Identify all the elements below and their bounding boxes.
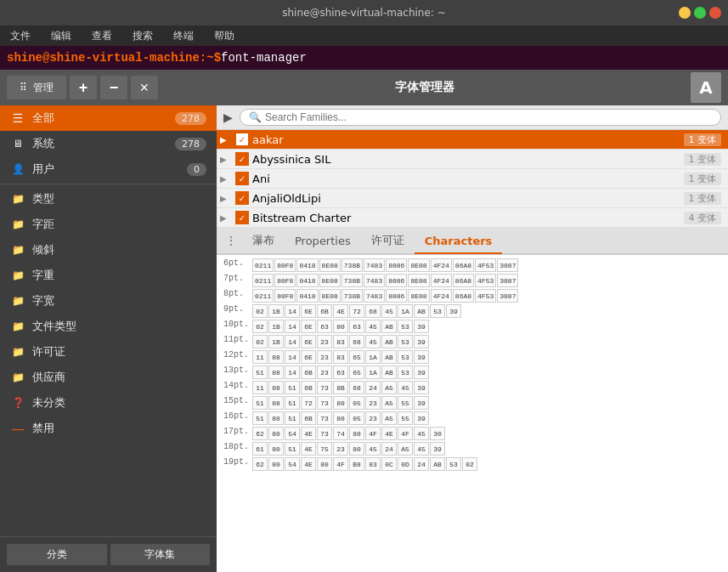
char-cell[interactable]: 8E08 bbox=[408, 258, 429, 272]
char-cell[interactable]: 80 bbox=[268, 442, 284, 456]
char-cell[interactable]: 14 bbox=[285, 335, 300, 348]
sidebar-item-user[interactable]: 👤 用户 0 bbox=[0, 156, 217, 182]
char-cell[interactable]: 4E bbox=[381, 427, 397, 440]
sidebar-item-spacing[interactable]: 📁 字距 bbox=[0, 212, 217, 237]
char-cell[interactable]: AB bbox=[381, 365, 397, 379]
char-cell[interactable]: 14 bbox=[285, 350, 300, 364]
sidebar-item-filetype[interactable]: 📁 文件类型 bbox=[0, 314, 217, 339]
char-cell[interactable]: 55 bbox=[398, 396, 413, 410]
sidebar-item-disabled[interactable]: — 禁用 bbox=[0, 416, 217, 441]
manage-button[interactable]: ⠿ ⠿ 管理管理 bbox=[7, 76, 66, 99]
char-cell[interactable]: 30 bbox=[430, 427, 445, 440]
char-cell[interactable]: A5 bbox=[381, 381, 397, 394]
char-cell[interactable]: 53 bbox=[398, 335, 413, 348]
char-cell[interactable]: 80 bbox=[349, 427, 364, 440]
char-cell[interactable]: 0D bbox=[398, 457, 413, 471]
char-cell[interactable]: 7483 bbox=[364, 274, 385, 287]
char-cell[interactable]: 0418 bbox=[296, 274, 318, 287]
tab-waterfall[interactable]: 瀑布 bbox=[242, 228, 285, 255]
char-cell[interactable]: A5 bbox=[381, 411, 397, 425]
char-cell[interactable]: 53 bbox=[398, 365, 413, 379]
char-cell[interactable]: 68 bbox=[349, 335, 364, 348]
checkbox-abyssinica[interactable]: ✓ bbox=[235, 152, 249, 166]
char-cell[interactable]: 02 bbox=[252, 320, 268, 333]
char-cell[interactable]: 86A8 bbox=[453, 258, 474, 272]
font-row-bitstream[interactable]: ▶ ✓ Bitstream Charter 4 变体 bbox=[217, 208, 728, 228]
char-cell[interactable]: AB bbox=[414, 304, 429, 318]
char-cell[interactable]: 53 bbox=[398, 350, 413, 364]
char-cell[interactable]: 0418 bbox=[296, 289, 318, 303]
char-cell[interactable]: 02 bbox=[462, 457, 477, 471]
char-cell[interactable]: 45 bbox=[365, 335, 381, 348]
char-cell[interactable]: 53 bbox=[430, 304, 445, 318]
menu-edit[interactable]: 编辑 bbox=[48, 27, 75, 45]
char-cell[interactable]: 24 bbox=[381, 442, 397, 456]
char-cell[interactable]: AB bbox=[381, 335, 397, 348]
char-cell[interactable]: 6B bbox=[301, 365, 316, 379]
char-cell[interactable]: 3087 bbox=[497, 258, 518, 272]
char-cell[interactable]: 11 bbox=[252, 381, 268, 394]
char-cell[interactable]: 73 bbox=[317, 411, 332, 425]
sidebar-item-weight[interactable]: 📁 字重 bbox=[0, 263, 217, 288]
char-cell[interactable]: 4E bbox=[301, 457, 316, 471]
char-cell[interactable]: 8E08 bbox=[319, 289, 341, 303]
char-cell[interactable]: 72 bbox=[301, 396, 316, 410]
char-cell[interactable]: 0211 bbox=[252, 289, 274, 303]
char-cell[interactable]: 45 bbox=[398, 381, 413, 394]
char-cell[interactable]: 14 bbox=[285, 365, 300, 379]
remove-button[interactable]: − bbox=[100, 76, 127, 99]
char-cell[interactable]: 45 bbox=[414, 427, 429, 440]
char-cell[interactable]: 39 bbox=[414, 365, 429, 379]
char-cell[interactable]: A5 bbox=[398, 442, 413, 456]
char-cell[interactable]: 738B bbox=[341, 274, 363, 287]
char-cell[interactable]: 39 bbox=[414, 381, 429, 394]
char-cell[interactable]: 0211 bbox=[252, 274, 274, 287]
menu-help[interactable]: 帮助 bbox=[211, 27, 238, 45]
char-cell[interactable]: 73 bbox=[317, 427, 332, 440]
char-cell[interactable]: 73 bbox=[317, 396, 332, 410]
char-cell[interactable]: 80F8 bbox=[274, 258, 296, 272]
char-cell[interactable]: 61 bbox=[252, 442, 268, 456]
char-cell[interactable]: 8086 bbox=[386, 289, 407, 303]
char-cell[interactable]: 80F8 bbox=[274, 289, 296, 303]
menu-terminal[interactable]: 终端 bbox=[170, 27, 197, 45]
char-cell[interactable]: 1A bbox=[398, 304, 413, 318]
char-cell[interactable]: 4F24 bbox=[431, 289, 452, 303]
char-cell[interactable]: 23 bbox=[317, 350, 332, 364]
char-cell[interactable]: 83 bbox=[333, 350, 348, 364]
font-row-ani[interactable]: ▶ ✓ Ani 1 变体 bbox=[217, 169, 728, 189]
checkbox-bitstream[interactable]: ✓ bbox=[235, 211, 249, 224]
font-row-anjali[interactable]: ▶ ✓ AnjaliOldLipi 1 变体 bbox=[217, 189, 728, 208]
char-cell[interactable]: 05 bbox=[349, 411, 364, 425]
char-cell[interactable]: 80 bbox=[268, 457, 284, 471]
char-cell[interactable]: 08 bbox=[268, 381, 284, 394]
char-cell[interactable]: 6E bbox=[301, 335, 316, 348]
char-cell[interactable]: AB bbox=[381, 350, 397, 364]
close-button[interactable] bbox=[709, 7, 721, 19]
char-cell[interactable]: 74 bbox=[333, 427, 348, 440]
char-cell[interactable]: 39 bbox=[446, 304, 461, 318]
char-cell[interactable]: 39 bbox=[414, 411, 429, 425]
char-cell[interactable]: 45 bbox=[381, 304, 397, 318]
tab-menu-button[interactable]: ⋮ bbox=[220, 230, 242, 251]
char-cell[interactable]: 08 bbox=[268, 396, 284, 410]
char-cell[interactable]: 75 bbox=[317, 442, 332, 456]
char-cell[interactable]: 65 bbox=[349, 350, 364, 364]
expand-all-button[interactable]: ▶ bbox=[223, 110, 233, 124]
char-cell[interactable]: 51 bbox=[285, 411, 300, 425]
char-cell[interactable]: 24 bbox=[365, 381, 381, 394]
char-cell[interactable]: 14 bbox=[285, 320, 300, 333]
char-cell[interactable]: 45 bbox=[365, 320, 381, 333]
char-cell[interactable]: 80 bbox=[333, 320, 348, 333]
char-cell[interactable]: 1B bbox=[268, 304, 284, 318]
font-row-abyssinica[interactable]: ▶ ✓ Abyssinica SIL 1 变体 bbox=[217, 150, 728, 169]
sidebar-item-system[interactable]: 🖥 系统 278 bbox=[0, 131, 217, 156]
char-cell[interactable]: 72 bbox=[349, 304, 364, 318]
char-cell[interactable]: 39 bbox=[414, 396, 429, 410]
add-button[interactable]: + bbox=[70, 76, 97, 99]
char-cell[interactable]: 8B bbox=[333, 381, 348, 394]
char-cell[interactable]: 68 bbox=[349, 381, 364, 394]
char-cell[interactable]: 62 bbox=[252, 457, 268, 471]
char-cell[interactable]: 4F24 bbox=[431, 274, 452, 287]
char-cell[interactable]: 45 bbox=[414, 442, 429, 456]
